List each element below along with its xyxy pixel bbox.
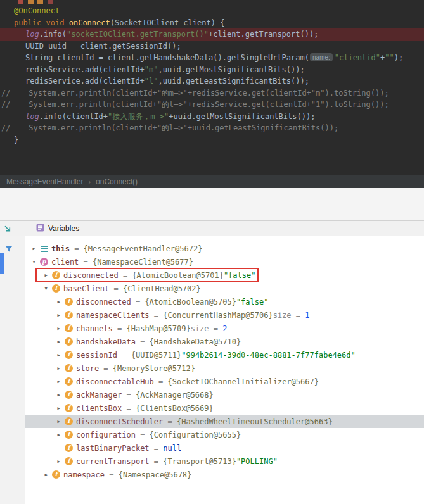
chevron-right-icon[interactable]: ▶ — [41, 273, 51, 278]
field-icon: f — [65, 377, 73, 386]
object-reference: {AtomicBoolean@5705} — [145, 298, 236, 306]
variable-row-disconnected[interactable]: ▶fdisconnected = {AtomicBoolean@5705} "f… — [25, 295, 424, 308]
clipped-glyph — [28, 0, 34, 4]
code-token: +client.getTransport()); — [209, 30, 318, 39]
equals-sign: = — [154, 377, 168, 386]
chevron-right-icon[interactable]: ▶ — [41, 472, 51, 477]
equals-sign: = — [119, 271, 132, 280]
code-token: "clientid" — [335, 53, 380, 62]
object-reference: {Namespace@5678} — [119, 470, 192, 479]
variable-name: disconnectScheduler — [76, 417, 163, 426]
variable-row-store[interactable]: ▶fstore = {MemoryStore@5712} — [25, 362, 424, 375]
variable-row-baseClient[interactable]: ▼fbaseClient = {ClientHead@5702} — [25, 282, 424, 295]
variable-row-this[interactable]: ▶this = {MessageEventHandler@5672} — [25, 242, 424, 255]
equals-sign: = — [122, 391, 136, 400]
breadcrumb: MessageEventHandler › onConnect() — [0, 175, 424, 188]
code-line[interactable]: UUID uuid = client.getSessionId(); — [0, 41, 424, 53]
code-token: // System.err.println(clientId+"的l—>"+re… — [1, 100, 389, 109]
variable-name: ackManager — [76, 391, 122, 400]
code-line[interactable]: // System.err.println(clientId+"的l—>"+re… — [0, 99, 424, 111]
equals-sign: = — [105, 470, 119, 479]
variable-value: size = — [191, 324, 223, 333]
variable-row-client[interactable]: ▼pclient = {NamespaceClient@5677} — [25, 255, 424, 268]
jump-to-source-arrow-icon[interactable] — [3, 224, 11, 232]
parameter-name-hint: name: — [310, 53, 333, 61]
code-line[interactable]: log.info(clientId+"接入服务，m—>"+uuid.getMos… — [0, 111, 424, 123]
variable-row-handshakeData[interactable]: ▶fhandshakeData = {HandshakeData@5710} — [25, 335, 424, 348]
code-line[interactable]: // System.err.println(clientId+"的l—>"+uu… — [0, 122, 424, 134]
chevron-right-icon[interactable]: ▶ — [54, 393, 63, 398]
variable-row-currentTransport[interactable]: ▶fcurrentTransport = {Transport@5713} "P… — [25, 455, 424, 468]
filter-icon[interactable] — [4, 244, 13, 256]
variable-row-disconnectableHub[interactable]: ▶fdisconnectableHub = {SocketIOChannelIn… — [25, 375, 424, 388]
chevron-right-icon[interactable]: ▶ — [54, 366, 63, 371]
code-line[interactable]: redisService.add(clientId+"m",uuid.getMo… — [0, 64, 424, 76]
chevron-right-icon[interactable]: ▶ — [54, 353, 63, 358]
code-line[interactable]: public void onConnect(SocketIOClient cli… — [0, 17, 424, 29]
breadcrumb-method[interactable]: onConnect() — [96, 177, 138, 186]
code-token: redisService.add(clientId+ — [25, 65, 145, 74]
variables-tab[interactable]: Variables — [36, 223, 79, 234]
variable-name: handshakeData — [76, 337, 136, 346]
variable-row-channels[interactable]: ▶fchannels = {HashMap@5709} size = 2 — [25, 322, 424, 335]
chevron-right-icon[interactable]: ▶ — [54, 339, 63, 344]
code-line[interactable]: @OnConnect — [0, 5, 424, 17]
debug-panel-spacer — [0, 188, 424, 220]
variable-row-lastBinaryPacket[interactable]: flastBinaryPacket = null — [25, 441, 424, 455]
chevron-right-icon[interactable]: ▶ — [54, 432, 63, 438]
code-line[interactable]: String clientId = client.getHandshakeDat… — [0, 52, 424, 64]
code-token: "socketIOClient.getTransport()" — [67, 30, 209, 39]
variable-name: disconnected — [63, 271, 119, 280]
chevron-right-icon[interactable]: ▶ — [54, 419, 63, 424]
variable-row-configuration[interactable]: ▶fconfiguration = {Configuration@5655} — [25, 428, 424, 441]
code-token: log — [25, 112, 39, 121]
variables-panel-body: ▶this = {MessageEventHandler@5672}▼pclie… — [0, 236, 424, 504]
object-reference: {MemoryStore@5712} — [113, 364, 195, 373]
breadcrumb-separator-icon: › — [88, 178, 91, 186]
code-line[interactable]: // System.err.println(clientId+"的m—>"+re… — [0, 87, 424, 99]
code-token: "m" — [145, 65, 158, 74]
code-line[interactable]: redisService.add(clientId+"l",uuid.getLe… — [0, 75, 424, 87]
variable-row-namespaceClients[interactable]: ▶fnamespaceClients = {ConcurrentHashMap@… — [25, 308, 424, 322]
variables-panel-header: Variables — [0, 220, 424, 236]
variable-row-ackManager[interactable]: ▶fackManager = {AckManager@5668} — [25, 388, 424, 401]
equals-sign: = — [136, 337, 150, 346]
code-token: ); — [394, 53, 403, 62]
chevron-right-icon[interactable]: ▶ — [54, 459, 63, 464]
variable-name: namespaceClients — [76, 311, 150, 320]
variables-tree: ▶this = {MessageEventHandler@5672}▼pclie… — [25, 242, 424, 481]
code-editor[interactable]: @OnConnectpublic void onConnect(SocketIO… — [0, 0, 424, 175]
field-icon: f — [52, 271, 60, 279]
variable-name: currentTransport — [76, 457, 150, 466]
breadcrumb-class[interactable]: MessageEventHandler — [6, 177, 83, 186]
code-token: ,uuid.getMostSignificantBits()); — [158, 65, 305, 74]
chevron-right-icon[interactable]: ▶ — [54, 313, 63, 318]
variable-row-sessionId[interactable]: ▶fsessionId = {UUID@5711} "994b2614-39d0… — [25, 348, 424, 362]
chevron-right-icon[interactable]: ▶ — [29, 246, 39, 251]
variable-row-disconnectScheduler[interactable]: ▶fdisconnectScheduler = {HashedWheelTime… — [25, 415, 424, 428]
variable-row-disconnected[interactable]: ▶fdisconnected = {AtomicBoolean@5701} "f… — [25, 268, 424, 282]
variable-row-namespace[interactable]: ▶fnamespace = {Namespace@5678} — [25, 468, 424, 481]
chevron-right-icon[interactable]: ▶ — [54, 326, 63, 331]
code-token: ,uuid.getLeastSignificantBits()); — [158, 77, 309, 85]
code-token: } — [14, 135, 18, 144]
variables-tab-label: Variables — [48, 224, 79, 233]
variable-row-clientsBox[interactable]: ▶fclientsBox = {ClientsBox@5669} — [25, 401, 424, 415]
code-token: // System.err.println(clientId+"的l—>"+uu… — [1, 123, 338, 132]
clipped-glyph — [37, 0, 43, 4]
clipped-code-fragments — [0, 0, 424, 5]
field-icon: f — [65, 351, 73, 359]
object-reference: {HandshakeData@5710} — [150, 337, 241, 346]
object-reference: {NamespaceClient@5677} — [93, 258, 193, 267]
variable-name: clientsBox — [76, 404, 122, 413]
chevron-right-icon[interactable]: ▶ — [54, 299, 63, 305]
code-line-breakpoint[interactable]: log.info("socketIOClient.getTransport()"… — [0, 28, 424, 41]
code-line[interactable]: } — [0, 134, 424, 146]
chevron-down-icon[interactable]: ▼ — [29, 260, 39, 265]
chevron-right-icon[interactable]: ▶ — [54, 379, 63, 384]
field-icon: f — [65, 337, 73, 346]
variable-name: sessionId — [76, 351, 117, 360]
variable-name: channels — [76, 324, 113, 333]
chevron-down-icon[interactable]: ▼ — [41, 286, 51, 291]
chevron-right-icon[interactable]: ▶ — [54, 406, 63, 411]
